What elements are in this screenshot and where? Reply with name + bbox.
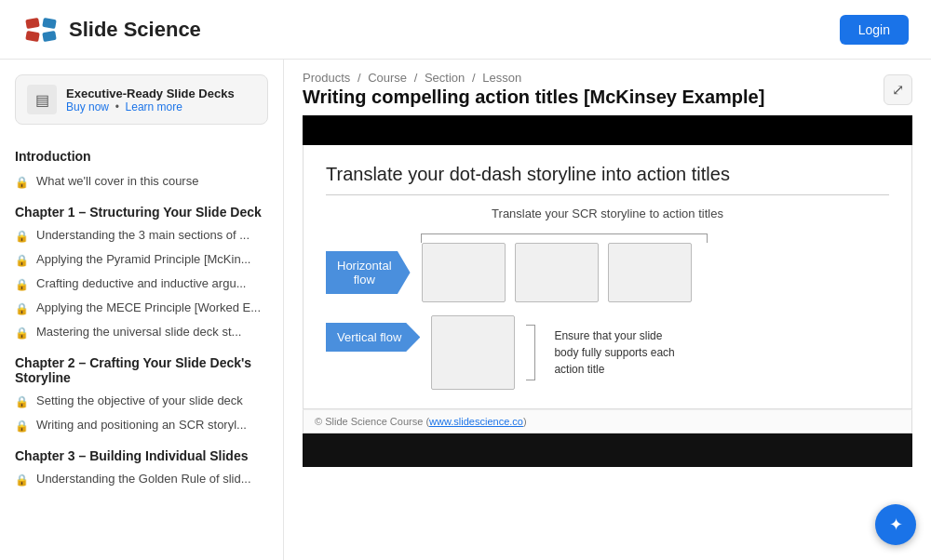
header: Slide Science Login: [0, 0, 931, 60]
lock-icon: 🔒: [15, 230, 29, 243]
breadcrumb-lesson[interactable]: Lesson: [482, 71, 521, 85]
svg-rect-3: [42, 30, 57, 41]
promo-icon: ▤: [27, 85, 57, 114]
sidebar-item-ch3-1[interactable]: 🔒 Understanding the Golden Rule of slid.…: [0, 467, 283, 491]
horizontal-flow-row: Horizontalflow: [326, 243, 889, 302]
sidebar-item-label: Applying the Pyramid Principle [McKin...: [36, 252, 250, 266]
sidebar: ▤ Executive-Ready Slide Decks Buy now • …: [0, 60, 284, 560]
sidebar-item-label: Applying the MECE Principle [Worked E...: [36, 300, 261, 314]
sep: /: [414, 71, 421, 85]
sep: /: [358, 71, 364, 85]
chapter-3-title: Chapter 3 – Building Individual Slides: [0, 437, 283, 467]
login-button[interactable]: Login: [840, 15, 909, 45]
right-bracket: [526, 325, 535, 380]
video-bottom-bar[interactable]: [303, 433, 912, 467]
learn-more-link[interactable]: Learn more: [126, 100, 182, 113]
sidebar-item-ch1-1[interactable]: 🔒 Understanding the 3 main sections of .…: [0, 223, 283, 247]
slide-footer: © Slide Science Course (www.slidescience…: [303, 409, 912, 433]
slide-box-tall: [431, 315, 515, 390]
sidebar-item-ch1-5[interactable]: 🔒 Mastering the universal slide deck st.…: [0, 320, 283, 344]
lock-icon: 🔒: [15, 395, 29, 408]
logo-container: Slide Science: [22, 11, 201, 48]
breadcrumb-products[interactable]: Products: [303, 71, 350, 85]
sidebar-item-label: Understanding the 3 main sections of ...: [36, 228, 250, 242]
lock-icon: 🔒: [15, 420, 29, 433]
vertical-flow-row: Vertical flow Ensure that your slide bod…: [326, 315, 889, 390]
footer-text: © Slide Science Course (www.slidescience…: [315, 416, 527, 427]
slide-box-2: [515, 243, 599, 302]
sidebar-item-ch1-2[interactable]: 🔒 Applying the Pyramid Principle [McKin.…: [0, 247, 283, 272]
slide-box-1: [422, 243, 506, 302]
page-title: Writing compelling action titles [McKins…: [303, 87, 764, 108]
sidebar-item-ch2-1[interactable]: 🔒 Setting the objective of your slide de…: [0, 389, 283, 413]
sidebar-item-label: Setting the objective of your slide deck: [36, 393, 243, 407]
chapter-1-title: Chapter 1 – Structuring Your Slide Deck: [0, 193, 283, 223]
breadcrumb: Products / Course / Section / Lesson: [303, 71, 764, 85]
section-title-intro: Introduction: [0, 140, 283, 169]
slide-subtitle: Translate your SCR storyline to action t…: [326, 207, 889, 220]
promo-title: Executive-Ready Slide Decks: [66, 87, 235, 100]
breadcrumb-section[interactable]: Section: [425, 71, 465, 85]
main-layout: ▤ Executive-Ready Slide Decks Buy now • …: [0, 60, 931, 560]
sidebar-item-label: What we'll cover in this course: [36, 174, 198, 188]
header-text-group: Products / Course / Section / Lesson Wri…: [303, 71, 764, 108]
sidebar-item-label: Understanding the Golden Rule of slid...: [36, 472, 251, 486]
footer-link[interactable]: www.slidescience.co: [429, 416, 523, 427]
logo-text: Slide Science: [69, 18, 201, 42]
video-top-bar: [303, 115, 912, 145]
svg-rect-1: [42, 17, 57, 28]
sep: /: [472, 71, 479, 85]
lock-icon: 🔒: [15, 473, 29, 487]
slide-content: Translate your dot-dash storyline into a…: [303, 145, 912, 409]
vertical-flow-content: Ensure that your slide body fully suppor…: [431, 315, 684, 390]
content-area: Products / Course / Section / Lesson Wri…: [284, 60, 931, 560]
promo-links: Buy now • Learn more: [66, 100, 235, 113]
top-bracket: [421, 233, 708, 243]
sidebar-item-intro-1[interactable]: 🔒 What we'll cover in this course: [0, 169, 283, 193]
ensure-text: Ensure that your slide body fully suppor…: [554, 327, 684, 378]
horizontal-boxes: [422, 243, 692, 302]
fab-icon: ✦: [889, 514, 903, 535]
content-header: Products / Course / Section / Lesson Wri…: [284, 60, 931, 115]
lock-icon: 🔒: [15, 278, 29, 291]
breadcrumb-course[interactable]: Course: [368, 71, 407, 85]
logo-icon: [22, 11, 60, 48]
svg-rect-0: [25, 17, 40, 28]
promo-text: Executive-Ready Slide Decks Buy now • Le…: [66, 87, 235, 113]
buy-now-link[interactable]: Buy now: [66, 100, 109, 113]
svg-rect-2: [25, 30, 40, 41]
bracket-and-text: [526, 325, 543, 380]
sidebar-item-label: Mastering the universal slide deck st...: [36, 325, 241, 339]
slide-title: Translate your dot-dash storyline into a…: [326, 164, 889, 195]
slide-box-3: [608, 243, 692, 302]
horizontal-flow-label: Horizontalflow: [326, 251, 411, 294]
lock-icon: 🔒: [15, 176, 29, 189]
fab-button[interactable]: ✦: [875, 504, 916, 545]
vertical-flow-label: Vertical flow: [326, 323, 420, 352]
sidebar-item-label: Crafting deductive and inductive argu...: [36, 276, 246, 290]
lock-icon: 🔒: [15, 327, 29, 340]
sidebar-item-ch1-3[interactable]: 🔒 Crafting deductive and inductive argu.…: [0, 272, 283, 296]
lock-icon: 🔒: [15, 254, 29, 267]
chapter-2-title: Chapter 2 – Crafting Your Slide Deck's S…: [0, 344, 283, 389]
sidebar-item-ch1-4[interactable]: 🔒 Applying the MECE Principle [Worked E.…: [0, 296, 283, 320]
expand-button[interactable]: ⤢: [884, 74, 912, 105]
promo-banner[interactable]: ▤ Executive-Ready Slide Decks Buy now • …: [15, 74, 268, 125]
sidebar-item-label: Writing and positioning an SCR storyl...: [36, 418, 247, 432]
lock-icon: 🔒: [15, 302, 29, 315]
sidebar-item-ch2-2[interactable]: 🔒 Writing and positioning an SCR storyl.…: [0, 413, 283, 437]
